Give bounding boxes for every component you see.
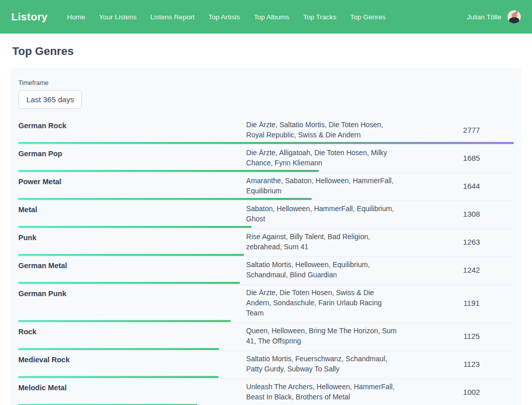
genre-name: Rock — [18, 326, 246, 337]
genre-artists: Saltatio Mortis, Helloween, Equilibrium,… — [246, 259, 430, 280]
genre-bar — [18, 170, 514, 172]
genre-count: 1308 — [430, 210, 514, 218]
avatar-body — [509, 17, 519, 23]
nav-item-listens-report[interactable]: Listens Report — [150, 13, 194, 21]
genre-name: German Punk — [18, 287, 246, 299]
genre-count: 1242 — [430, 266, 514, 274]
genre-artists: Sabaton, Helloween, HammerFall, Equilibr… — [246, 204, 430, 224]
user-menu[interactable]: Julian Tölle — [467, 10, 521, 23]
table-row: German Punk Die Ärzte, Die Toten Hosen, … — [18, 285, 514, 323]
genre-name: Punk — [18, 232, 246, 243]
nav-item-top-genres[interactable]: Top Genres — [350, 13, 386, 21]
genre-artists: Unleash The Archers, Helloween, HammerFa… — [246, 382, 430, 402]
genre-bar — [18, 282, 514, 284]
genre-count: 1002 — [430, 388, 514, 396]
genre-count: 1125 — [430, 332, 514, 340]
genre-count: 1644 — [430, 182, 514, 190]
genre-bar-fill — [18, 170, 319, 172]
genre-name: German Metal — [18, 259, 246, 271]
genre-bar — [18, 320, 514, 322]
genre-name: Power Metal — [18, 176, 246, 187]
table-row: German Pop Die Ärzte, Alligatoah, Die To… — [18, 145, 514, 173]
genre-bar-fill — [18, 376, 218, 378]
nav-item-home[interactable]: Home — [67, 13, 85, 21]
main-content: Top Genres Timeframe Last 365 days Germa… — [0, 45, 532, 405]
genre-count: 1191 — [430, 299, 514, 307]
table-row: Punk Rise Against, Billy Talent, Bad Rel… — [18, 229, 514, 257]
table-row: Medieval Rock Saltatio Mortis, Feuerschw… — [18, 351, 514, 379]
genre-name: Melodic Metal — [18, 382, 246, 393]
table-row: German Rock Die Ärzte, Saltatio Mortis, … — [18, 117, 514, 145]
top-genres-card: Timeframe Last 365 days German Rock Die … — [10, 68, 522, 405]
genre-bar — [18, 142, 514, 144]
genre-name: German Pop — [18, 148, 246, 159]
genre-bar-fill — [18, 142, 514, 144]
main-nav: Home Your Listens Listens Report Top Art… — [67, 13, 385, 21]
genre-count: 1123 — [430, 360, 514, 368]
genre-bar-fill — [18, 348, 219, 350]
genre-count: 2777 — [430, 126, 514, 134]
genre-table: German Rock Die Ärzte, Saltatio Mortis, … — [18, 117, 514, 405]
nav-item-top-tracks[interactable]: Top Tracks — [303, 13, 336, 21]
timeframe-label: Timeframe — [18, 79, 514, 86]
table-row: Metal Sabaton, Helloween, HammerFall, Eq… — [18, 201, 514, 229]
genre-bar-fill — [18, 254, 244, 256]
genre-count: 1685 — [430, 154, 514, 162]
avatar[interactable] — [508, 10, 521, 23]
genre-artists: Die Ärzte, Saltatio Mortis, Die Toten Ho… — [246, 120, 430, 140]
table-row: Rock Queen, Helloween, Bring Me The Hori… — [18, 323, 514, 351]
genre-bar — [18, 376, 514, 378]
genre-bar — [18, 348, 514, 350]
table-row: Power Metal Amaranthe, Sabaton, Hellowee… — [18, 173, 514, 201]
genre-artists: Die Ärzte, Die Toten Hosen, Swiss & Die … — [246, 287, 430, 318]
app-logo[interactable]: Listory — [11, 11, 47, 23]
table-row: Melodic Metal Unleash The Archers, Hello… — [18, 379, 514, 405]
genre-name: Metal — [18, 204, 246, 215]
genre-artists: Saltatio Mortis, Feuerschwanz, Schandmau… — [246, 354, 430, 374]
page-title: Top Genres — [12, 45, 522, 58]
genre-bar-fill — [18, 282, 240, 284]
genre-name: Medieval Rock — [18, 354, 246, 365]
genre-artists: Rise Against, Billy Talent, Bad Religion… — [246, 232, 430, 252]
table-row: German Metal Saltatio Mortis, Helloween,… — [18, 257, 514, 285]
genre-artists: Die Ärzte, Alligatoah, Die Toten Hosen, … — [246, 148, 430, 168]
nav-item-top-artists[interactable]: Top Artists — [208, 13, 240, 21]
genre-count: 1263 — [430, 238, 514, 246]
genre-name: German Rock — [18, 120, 246, 131]
genre-bar-fill — [18, 226, 251, 228]
nav-item-top-albums[interactable]: Top Albums — [254, 13, 290, 21]
genre-bar-fill — [18, 320, 231, 322]
genre-artists: Amaranthe, Sabaton, Helloween, HammerFal… — [246, 176, 430, 196]
genre-bar-fill — [18, 198, 312, 200]
timeframe-select[interactable]: Last 365 days — [18, 90, 82, 109]
app-header: Listory Home Your Listens Listens Report… — [0, 0, 532, 34]
genre-bar — [18, 254, 514, 256]
genre-bar — [18, 198, 514, 200]
genre-bar — [18, 226, 514, 228]
genre-artists: Queen, Helloween, Bring Me The Horizon, … — [246, 326, 430, 346]
nav-item-your-listens[interactable]: Your Listens — [99, 13, 136, 21]
user-name[interactable]: Julian Tölle — [467, 13, 501, 21]
